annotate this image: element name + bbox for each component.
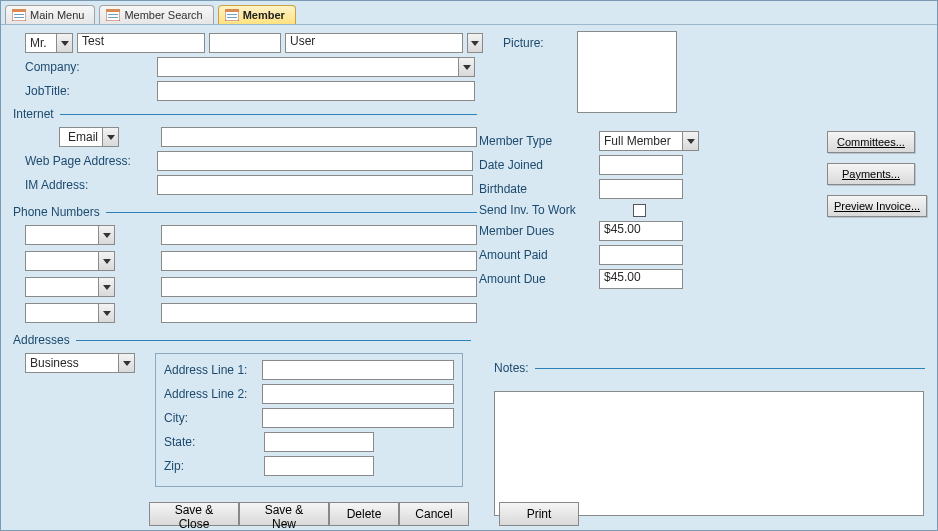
tab-strip: Main Menu Member Search Member [1,1,937,25]
date-joined-input[interactable] [599,155,683,175]
addr1-label: Address Line 1: [164,363,258,377]
chevron-down-icon[interactable] [98,226,114,244]
chevron-down-icon[interactable] [56,34,72,52]
webpage-label: Web Page Address: [25,154,153,168]
email-input[interactable] [161,127,477,147]
print-button[interactable]: Print [499,502,579,526]
bottom-button-row: Save & Close Save & New Delete Cancel Pr… [149,502,579,526]
phone-3-input[interactable] [161,277,477,297]
svg-rect-5 [106,9,120,12]
addr1-input[interactable] [262,360,454,380]
birthdate-input[interactable] [599,179,683,199]
member-info-panel: Member Type Full Member Date Joined Birt… [479,131,729,293]
phone-type-2-combo[interactable] [25,251,115,271]
payments-button[interactable]: Payments... [827,163,915,185]
phone-type-4-combo[interactable] [25,303,115,323]
delete-button[interactable]: Delete [329,502,399,526]
committees-button[interactable]: Committees... [827,131,915,153]
address-type-combo[interactable]: Business [25,353,135,373]
chevron-down-icon[interactable] [118,354,134,372]
svg-rect-11 [227,17,237,18]
state-input[interactable] [264,432,374,452]
member-type-value: Full Member [600,134,682,148]
save-close-button[interactable]: Save & Close [149,502,239,526]
picture-label: Picture: [503,36,544,50]
chevron-down-icon[interactable] [98,278,114,296]
addr2-label: Address Line 2: [164,387,258,401]
internet-legend: Internet [11,107,60,121]
side-buttons: Committees... Payments... Preview Invoic… [827,131,927,217]
email-type-value: Email [60,130,102,144]
svg-rect-6 [108,14,118,15]
member-form-window: Main Menu Member Search Member Mr. Test … [0,0,938,531]
chevron-down-icon[interactable] [98,252,114,270]
last-name-input[interactable]: User [285,33,463,53]
addresses-legend: Addresses [11,333,76,347]
phone-legend: Phone Numbers [11,205,106,219]
amount-paid-input[interactable] [599,245,683,265]
svg-rect-7 [108,17,118,18]
cancel-button[interactable]: Cancel [399,502,469,526]
svg-rect-3 [14,17,24,18]
email-type-combo[interactable]: Email [59,127,119,147]
notes-label: Notes: [494,361,529,375]
company-combo[interactable] [157,57,475,77]
first-name-input[interactable]: Test [77,33,205,53]
phone-type-1-combo[interactable] [25,225,115,245]
title-value: Mr. [26,36,56,50]
im-label: IM Address: [25,178,153,192]
amount-due-label: Amount Due [479,272,595,286]
svg-rect-2 [14,14,24,15]
member-dues-label: Member Dues [479,224,595,238]
last-name-value: User [290,34,315,48]
phone-4-input[interactable] [161,303,477,323]
first-name-value: Test [82,34,104,48]
tab-label: Main Menu [30,9,84,21]
zip-input[interactable] [264,456,374,476]
notes-textarea[interactable] [494,391,924,516]
member-type-label: Member Type [479,134,595,148]
phone-1-input[interactable] [161,225,477,245]
state-label: State: [164,435,260,449]
member-dues-input[interactable]: $45.00 [599,221,683,241]
webpage-input[interactable] [157,151,473,171]
amount-paid-label: Amount Paid [479,248,595,262]
tab-label: Member Search [124,9,202,21]
phone-2-input[interactable] [161,251,477,271]
middle-name-input[interactable] [209,33,281,53]
chevron-down-icon[interactable] [98,304,114,322]
picture-box[interactable] [577,31,677,113]
company-label: Company: [25,60,153,74]
chevron-down-icon[interactable] [458,58,474,76]
address-type-value: Business [26,356,118,370]
title-combo[interactable]: Mr. [25,33,73,53]
im-input[interactable] [157,175,473,195]
date-joined-label: Date Joined [479,158,595,172]
svg-rect-9 [225,9,239,12]
form-icon [225,9,239,21]
name-options-dropdown[interactable] [467,33,483,53]
svg-rect-1 [12,9,26,12]
chevron-down-icon[interactable] [682,132,698,150]
city-label: City: [164,411,258,425]
city-input[interactable] [262,408,454,428]
tab-member-search[interactable]: Member Search [99,5,213,24]
send-inv-label: Send Inv. To Work [479,203,629,217]
tab-main-menu[interactable]: Main Menu [5,5,95,24]
member-type-combo[interactable]: Full Member [599,131,699,151]
birthdate-label: Birthdate [479,182,595,196]
phone-type-3-combo[interactable] [25,277,115,297]
zip-label: Zip: [164,459,260,473]
save-new-button[interactable]: Save & New [239,502,329,526]
form-area: Mr. Test User Picture: Company: JobTitle… [1,25,937,530]
addr2-input[interactable] [262,384,454,404]
jobtitle-input[interactable] [157,81,475,101]
amount-due-input[interactable]: $45.00 [599,269,683,289]
send-inv-checkbox[interactable] [633,204,646,217]
preview-invoice-button[interactable]: Preview Invoice... [827,195,927,217]
svg-rect-10 [227,14,237,15]
form-icon [12,9,26,21]
tab-member[interactable]: Member [218,5,296,24]
tab-label: Member [243,9,285,21]
chevron-down-icon[interactable] [102,128,118,146]
